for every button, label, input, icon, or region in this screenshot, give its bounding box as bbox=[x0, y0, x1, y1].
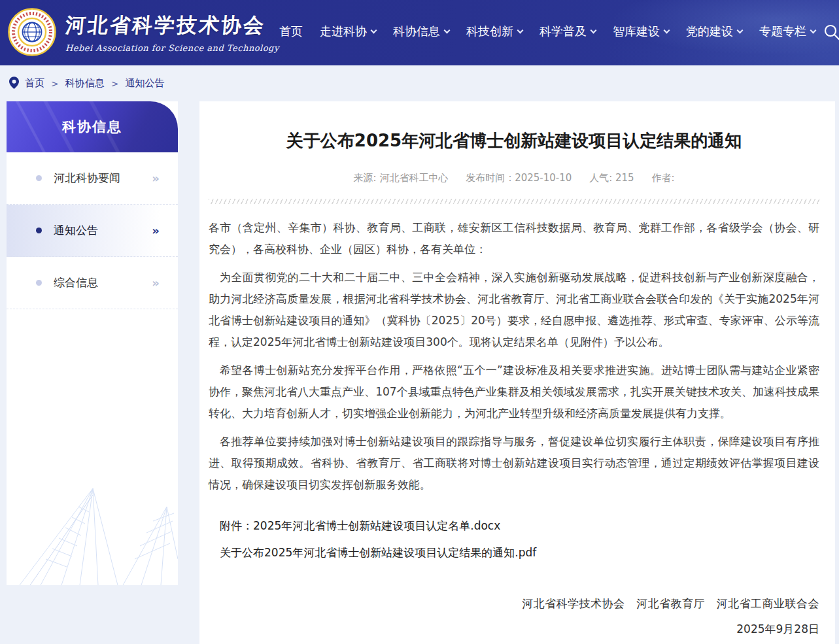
paragraph-background: 为全面贯彻党的二十大和二十届二中、三中全会精神，深入实施创新驱动发展战略，促进科… bbox=[209, 267, 819, 353]
meta-views: 人气: 215 bbox=[589, 172, 634, 184]
chevron-down-icon bbox=[664, 27, 670, 33]
bullet-dot-icon bbox=[36, 280, 42, 286]
sidebar-item-general-info[interactable]: 综合信息 » bbox=[7, 257, 178, 309]
breadcrumb-home[interactable]: 首页 bbox=[25, 77, 44, 90]
meta-source: 来源: 河北省科工中心 bbox=[354, 172, 449, 184]
article-panel: 关于公布2025年河北省博士创新站建设项目认定结果的通知 来源: 河北省科工中心… bbox=[199, 101, 835, 644]
chevron-down-icon bbox=[371, 27, 377, 33]
double-chevron-right-icon: » bbox=[152, 171, 160, 185]
double-chevron-right-icon: » bbox=[152, 276, 160, 290]
chevron-down-icon bbox=[444, 27, 451, 33]
nav-item-party-building[interactable]: 党的建设 bbox=[686, 24, 742, 39]
article-body: 各市（含定州、辛集市）科协、教育局、工商联，雄安新区工信科技数据局、教育局、党群… bbox=[209, 217, 819, 496]
hatched-divider bbox=[209, 199, 819, 204]
attachment-pdf-link[interactable]: 关于公布2025年河北省博士创新站建设项目认定结果的通知.pdf bbox=[209, 542, 819, 564]
site-name-english: Hebei Association for Science and Techno… bbox=[65, 43, 279, 53]
main-nav: 首页 走进科协 科协信息 科技创新 科学普及 智库建设 党的建设 专题专栏 bbox=[279, 24, 815, 39]
nav-item-sci-popularization[interactable]: 科学普及 bbox=[539, 24, 596, 39]
paragraph-expectations: 希望各博士创新站充分发挥平台作用，严格依照“五个一”建设标准及相关要求推进实施。… bbox=[209, 360, 819, 424]
sidebar-title: 科协信息 bbox=[7, 101, 178, 152]
issue-date: 2025年9月28日 bbox=[209, 619, 819, 640]
search-icon bbox=[823, 24, 839, 42]
issuing-organizations: 河北省科学技术协会 河北省教育厅 河北省工商业联合会 bbox=[209, 593, 819, 615]
bullet-dot-icon bbox=[36, 228, 42, 233]
breadcrumb-bar: 首页 > 科协信息 > 通知公告 bbox=[0, 65, 839, 101]
location-pin-icon bbox=[9, 76, 19, 89]
site-header: 河北省科学技术协会 Hebei Association for Science … bbox=[0, 0, 839, 65]
nav-item-sci-innovation[interactable]: 科技创新 bbox=[466, 24, 522, 39]
sidebar-item-hebei-news[interactable]: 河北科协要闻 » bbox=[7, 152, 178, 205]
nav-item-special-topics[interactable]: 专题专栏 bbox=[759, 24, 815, 39]
attachment-docx-link[interactable]: 附件：2025年河北省博士创新站建设项目认定名单.docx bbox=[209, 515, 819, 537]
nav-item-home[interactable]: 首页 bbox=[279, 24, 303, 39]
meta-author: 作者: bbox=[651, 172, 674, 184]
chevron-down-icon bbox=[517, 27, 524, 33]
building-wireframe-decoration bbox=[7, 481, 178, 585]
nav-item-thinktank[interactable]: 智库建设 bbox=[613, 24, 669, 39]
breadcrumb: 首页 > 科协信息 > 通知公告 bbox=[25, 77, 164, 90]
site-logo[interactable]: 河北省科学技术协会 Hebei Association for Science … bbox=[8, 8, 279, 56]
association-emblem-icon bbox=[8, 8, 56, 56]
site-name: 河北省科学技术协会 bbox=[64, 12, 280, 39]
nav-item-about[interactable]: 走进科协 bbox=[320, 24, 376, 39]
breadcrumb-separator: > bbox=[111, 78, 119, 89]
double-chevron-right-icon: » bbox=[152, 224, 160, 237]
breadcrumb-kexie-info[interactable]: 科协信息 bbox=[65, 77, 105, 90]
paragraph-management: 各推荐单位要持续加强对博士创新站建设项目的跟踪指导与服务，督促建设单位切实履行主… bbox=[209, 431, 819, 496]
chevron-down-icon bbox=[737, 27, 744, 33]
attachments: 附件：2025年河北省博士创新站建设项目认定名单.docx 关于公布2025年河… bbox=[209, 515, 819, 564]
sidebar-item-notices[interactable]: 通知公告 » bbox=[7, 205, 178, 257]
sidebar: 科协信息 河北科协要闻 » 通知公告 » 综合信息 » bbox=[7, 101, 178, 585]
paragraph-recipients: 各市（含定州、辛集市）科协、教育局、工商联，雄安新区工信科技数据局、教育局、党群… bbox=[209, 217, 819, 260]
article-meta: 来源: 河北省科工中心 发布时间：2025-10-10 人气: 215 作者: bbox=[209, 172, 819, 184]
search-button[interactable] bbox=[823, 24, 839, 44]
chevron-down-icon bbox=[591, 27, 597, 33]
nav-item-kexie-info[interactable]: 科协信息 bbox=[393, 24, 449, 39]
meta-publish-time: 发布时间：2025-10-10 bbox=[466, 172, 572, 184]
chevron-down-icon bbox=[810, 27, 817, 33]
breadcrumb-separator: > bbox=[51, 78, 59, 89]
bullet-dot-icon bbox=[36, 175, 42, 181]
article-title: 关于公布2025年河北省博士创新站建设项目认定结果的通知 bbox=[209, 129, 819, 152]
breadcrumb-notices[interactable]: 通知公告 bbox=[125, 77, 164, 90]
